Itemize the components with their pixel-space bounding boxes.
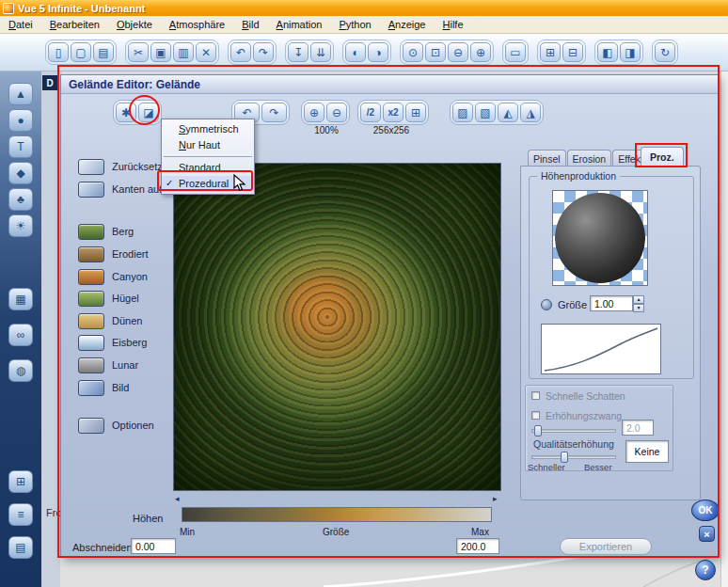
- tab-pinsel[interactable]: Pinsel: [528, 150, 566, 167]
- altitude-checkbox[interactable]: [531, 411, 540, 420]
- quality-value-field[interactable]: Keine: [625, 440, 669, 463]
- preset-lunar[interactable]: Lunar: [78, 356, 138, 374]
- sphere-tool-icon[interactable]: ●: [8, 109, 33, 132]
- undo-icon[interactable]: ↶: [230, 42, 251, 62]
- terrain-preview[interactable]: [173, 163, 501, 491]
- slope-right-icon[interactable]: ◮: [520, 103, 541, 122]
- menu-datei[interactable]: Datei: [0, 16, 41, 33]
- size-range-label: Größe: [323, 527, 349, 537]
- split-view-icon[interactable]: ⊟: [562, 42, 583, 62]
- menu-atmosphaere[interactable]: Atmosphäre: [161, 16, 233, 33]
- max-field[interactable]: 200.0: [456, 538, 499, 554]
- preset-optionen[interactable]: Optionen: [78, 416, 154, 435]
- resize-terrain-icon[interactable]: ⊞: [405, 103, 426, 122]
- zoom-out-icon[interactable]: ⊖: [448, 42, 468, 62]
- single-view-icon[interactable]: ▭: [505, 42, 526, 62]
- terrain-tool-icon[interactable]: ▲: [8, 83, 33, 105]
- ok-button[interactable]: OK: [691, 500, 720, 521]
- preset-bild[interactable]: Bild: [78, 378, 129, 397]
- text-tool-icon[interactable]: T: [8, 135, 33, 158]
- clip-bottom-icon[interactable]: ▨: [452, 103, 473, 122]
- render-icon[interactable]: ◐: [345, 42, 366, 62]
- double-resolution-button[interactable]: x2: [383, 103, 404, 122]
- render-options-icon[interactable]: ◑: [368, 42, 388, 62]
- edges-icon: [78, 182, 104, 198]
- preset-kanten[interactable]: Kanten auf: [78, 180, 162, 198]
- cut-icon[interactable]: ✂: [128, 42, 149, 62]
- altitude-field[interactable]: 2.0: [622, 420, 654, 436]
- new-file-icon[interactable]: ▯: [48, 42, 69, 62]
- drop-object-icon[interactable]: ↧: [288, 42, 309, 62]
- left-view-icon[interactable]: ◧: [597, 42, 618, 62]
- menu-objekte[interactable]: Objekte: [108, 16, 161, 33]
- altitude-curve[interactable]: [541, 324, 661, 374]
- preset-huegel[interactable]: Hügel: [78, 289, 139, 308]
- paste-icon[interactable]: ▥: [173, 42, 194, 62]
- menu-bild[interactable]: Bild: [233, 16, 267, 33]
- scroll-left-icon[interactable]: ◂: [175, 494, 180, 503]
- right-view-icon[interactable]: ◨: [620, 42, 641, 62]
- zoom-in-icon[interactable]: ⊕: [304, 103, 324, 122]
- new-terrain-icon[interactable]: ✱: [116, 103, 136, 122]
- preset-zuruecksetzen[interactable]: Zurücksetze: [78, 157, 168, 176]
- quad-view-icon[interactable]: ⊞: [540, 42, 561, 62]
- zoom-tool-icon[interactable]: ⊙: [403, 42, 423, 62]
- tab-erosion[interactable]: Erosion: [567, 150, 612, 167]
- clip-top-icon[interactable]: ▧: [475, 103, 496, 122]
- link-tool-icon[interactable]: ∞: [8, 324, 33, 346]
- zoom-in-icon[interactable]: ⊕: [470, 42, 491, 62]
- dialog-title[interactable]: Gelände Editor: Gelände: [61, 75, 718, 94]
- save-file-icon[interactable]: ▤: [93, 42, 114, 62]
- export-button[interactable]: Exportieren: [560, 538, 652, 555]
- smart-drop-icon[interactable]: ⇊: [310, 42, 331, 62]
- size-field[interactable]: 1.00: [590, 295, 633, 311]
- preset-canyon[interactable]: Canyon: [78, 267, 148, 286]
- zoom-out-icon[interactable]: ⊖: [326, 103, 347, 122]
- camera-tool-icon[interactable]: ▦: [8, 288, 33, 310]
- redo-icon[interactable]: ↷: [261, 103, 287, 122]
- light-tool-icon[interactable]: ☀: [8, 214, 33, 237]
- help-button[interactable]: ?: [695, 560, 716, 580]
- heights-gradient[interactable]: [182, 507, 492, 522]
- window-titlebar[interactable]: Vue 5 Infinite - Unbenannt: [0, 0, 728, 16]
- zoom-region-icon[interactable]: ⊡: [425, 42, 446, 62]
- spin-down-icon[interactable]: ▾: [633, 304, 644, 312]
- menu-bearbeiten[interactable]: Bearbeiten: [41, 16, 108, 33]
- redo-icon[interactable]: ↷: [253, 42, 274, 62]
- close-icon[interactable]: ×: [699, 526, 715, 542]
- list-tool-icon[interactable]: ≡: [8, 503, 33, 526]
- menu-anzeige[interactable]: Anzeige: [380, 16, 435, 33]
- material-tool-icon[interactable]: ◍: [8, 359, 33, 382]
- fractal-preview[interactable]: [552, 190, 648, 286]
- menu-item-symmetrisch[interactable]: Symmetrisch: [162, 121, 254, 137]
- delete-icon[interactable]: ✕: [196, 42, 216, 62]
- preset-berg[interactable]: Berg: [78, 222, 134, 241]
- slope-left-icon[interactable]: ◭: [498, 103, 518, 122]
- menu-python[interactable]: Python: [330, 16, 379, 33]
- tab-prozedural[interactable]: Proz.: [641, 147, 684, 166]
- altitude-slider[interactable]: [531, 429, 616, 433]
- preset-erodiert[interactable]: Erodiert: [78, 245, 149, 263]
- altitude-slider-thumb[interactable]: [534, 425, 542, 436]
- layout-tool-icon[interactable]: ⊞: [8, 470, 33, 493]
- quality-slider[interactable]: [531, 455, 616, 459]
- spin-up-icon[interactable]: ▴: [633, 295, 644, 304]
- half-resolution-button[interactable]: /2: [360, 103, 381, 122]
- scroll-right-icon[interactable]: ▸: [493, 494, 498, 503]
- refresh-icon[interactable]: ↻: [655, 42, 675, 62]
- open-file-icon[interactable]: ▢: [71, 42, 91, 62]
- preset-eisberg[interactable]: Eisberg: [78, 333, 147, 352]
- size-spinner[interactable]: ▴ ▾: [633, 295, 644, 311]
- copy-icon[interactable]: ▣: [150, 42, 171, 62]
- panel-tool-icon[interactable]: ▤: [8, 536, 33, 559]
- reset-brush-icon[interactable]: ◪: [138, 103, 159, 122]
- rock-tool-icon[interactable]: ◆: [8, 162, 33, 184]
- plant-tool-icon[interactable]: ♣: [8, 188, 33, 211]
- menu-item-nur-haut[interactable]: Nur Haut: [162, 137, 254, 153]
- clip-field[interactable]: 0.00: [131, 538, 176, 554]
- menu-hilfe[interactable]: Hilfe: [434, 16, 471, 33]
- quality-label: Qualitätserhöhung: [533, 438, 614, 450]
- fast-shadows-checkbox[interactable]: [531, 391, 540, 400]
- preset-duenen[interactable]: Dünen: [78, 311, 142, 330]
- menu-animation[interactable]: Animation: [268, 16, 331, 33]
